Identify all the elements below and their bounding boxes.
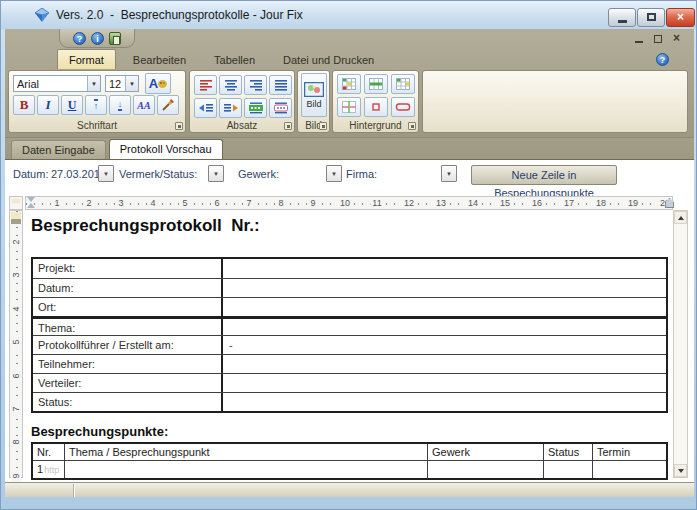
underline-button[interactable]: U	[61, 95, 83, 115]
datum-dropdown-button[interactable]: ▼	[98, 165, 114, 182]
cell-border-button[interactable]	[364, 97, 388, 117]
indent-decrease-button[interactable]	[194, 98, 217, 118]
info-row-projekt-: Projekt:	[33, 259, 666, 278]
ruler-number: 3	[11, 269, 21, 281]
bold-icon: B	[20, 97, 29, 113]
ruler-number: 16	[530, 198, 544, 208]
vertical-scrollbar[interactable]	[673, 210, 688, 478]
ruler-number: 4	[148, 198, 157, 208]
vermerk-label: Vermerk/Status:	[119, 168, 197, 180]
ruler-number: 6	[11, 370, 21, 382]
dialog-launcher-icon[interactable]	[175, 122, 183, 130]
info-icon[interactable]: i	[91, 32, 104, 45]
document-title: Besprechungsprotokoll Nr.:	[31, 216, 260, 236]
ruler-number: 5	[180, 198, 189, 208]
ribbon-tab-bearbeiten[interactable]: Bearbeiten	[122, 50, 197, 69]
mdi-minimize-icon[interactable]	[635, 41, 643, 43]
indent-decrease-icon	[198, 102, 214, 114]
subscript-button[interactable]: ↓	[109, 95, 131, 115]
group-label-absatz: Absatz	[190, 120, 294, 131]
ribbon-help-icon[interactable]: ?	[656, 53, 669, 66]
italic-button[interactable]: I	[37, 95, 59, 115]
ruler-number: 2	[84, 198, 93, 208]
vertical-ruler: 23456789	[9, 210, 23, 478]
ruler-number: 7	[11, 403, 21, 415]
dialog-launcher-icon[interactable]	[408, 122, 416, 130]
left-indent-marker[interactable]	[27, 197, 35, 208]
align-center-button[interactable]	[219, 75, 242, 95]
ruler-number: 12	[402, 198, 416, 208]
info-row-label: Status:	[33, 393, 223, 411]
view-tab-daten-eingabe[interactable]: Daten Eingabe	[11, 140, 106, 159]
cell-color-button[interactable]	[337, 74, 361, 94]
column-color-button[interactable]	[391, 74, 415, 94]
title-bar[interactable]: Vers. 2.0 - Besprechungsprotokolle - Jou…	[1, 1, 697, 29]
insert-image-button[interactable]: Bild	[301, 73, 327, 117]
bold-button[interactable]: B	[13, 95, 35, 115]
dialog-launcher-icon[interactable]	[284, 122, 292, 130]
image-icon	[304, 82, 324, 97]
align-right-button[interactable]	[244, 75, 267, 95]
firma-label: Firma:	[346, 168, 377, 180]
superscript-button[interactable]: ↑	[85, 95, 107, 115]
font-color-button[interactable]: A	[145, 73, 171, 94]
scroll-down-button[interactable]	[674, 464, 687, 477]
view-tab-protokoll-vorschau[interactable]: Protokoll Vorschau	[109, 139, 223, 159]
maximize-button[interactable]	[637, 8, 665, 27]
ruler-number: 3	[116, 198, 125, 208]
text-frame-button[interactable]	[269, 98, 292, 118]
chevron-down-icon: ▼	[331, 171, 337, 177]
text-highlight-button[interactable]	[244, 98, 267, 118]
scroll-up-button[interactable]	[674, 211, 687, 224]
ribbon-tab-datei-und-drucken[interactable]: Datei und Drucken	[272, 50, 385, 69]
ribbon-tabs: FormatBearbeitenTabellenDatei und Drucke…	[57, 48, 385, 69]
firma-dropdown-button[interactable]: ▼	[441, 165, 457, 182]
row-color-icon	[369, 78, 383, 90]
chevron-down-icon[interactable]: ▼	[87, 76, 100, 91]
mdi-restore-icon[interactable]	[654, 35, 662, 43]
info-row-label: Protokollführer / Erstellt am:	[33, 336, 223, 354]
row-color-button[interactable]	[364, 74, 388, 94]
protocol-info-table: Projekt:Datum:Ort:Thema:Protokollführer …	[31, 257, 668, 413]
minimize-button[interactable]	[608, 8, 636, 27]
font-name-combobox[interactable]: Arial ▼	[13, 75, 101, 92]
ruler-number: 4	[11, 303, 21, 315]
group-absatz: Absatz	[189, 70, 295, 133]
points-cell-gewerk	[428, 461, 544, 478]
ruler-corner	[9, 196, 23, 210]
info-row-value	[223, 319, 666, 335]
change-case-button[interactable]: AA	[133, 95, 155, 115]
status-bar	[5, 482, 694, 497]
align-justify-icon	[274, 79, 288, 91]
gewerk-dropdown-button[interactable]: ▼	[326, 165, 342, 182]
ribbon-tab-format[interactable]: Format	[57, 49, 116, 69]
points-heading: Besprechungspunkte:	[31, 424, 168, 439]
new-row-button[interactable]: Neue Zeile in Bespechungspunkte	[471, 165, 617, 185]
chevron-down-icon[interactable]: ▼	[125, 76, 138, 91]
horizontal-ruler: 1234567891011121314151617181920	[25, 196, 673, 210]
app-window: Vers. 2.0 - Besprechungsprotokolle - Jou…	[0, 0, 697, 510]
format-painter-button[interactable]	[157, 95, 179, 115]
image-button-label: Bild	[306, 99, 321, 109]
row-border-button[interactable]	[391, 97, 415, 117]
info-row-teilnehmer-: Teilnehmer:	[33, 354, 666, 373]
ribbon-tab-tabellen[interactable]: Tabellen	[203, 50, 266, 69]
font-size-combobox[interactable]: 12 ▼	[105, 75, 139, 92]
indent-increase-button[interactable]	[219, 98, 242, 118]
align-center-icon	[224, 79, 238, 91]
group-bild: Bild Bild	[297, 70, 330, 133]
vermerk-dropdown-button[interactable]: ▼	[208, 165, 224, 182]
ruler-number: 5	[11, 336, 21, 348]
align-justify-button[interactable]	[269, 75, 292, 95]
grid-lines-color-button[interactable]	[337, 97, 361, 117]
ruler-number: 8	[276, 198, 285, 208]
mdi-close-icon[interactable]: ×	[673, 32, 680, 44]
info-row-protokollführer-erstellt-am-: Protokollführer / Erstellt am:-	[33, 335, 666, 354]
info-row-ort-: Ort:	[33, 297, 666, 316]
align-left-button[interactable]	[194, 75, 217, 95]
help-icon[interactable]: ?	[73, 32, 86, 45]
dialog-launcher-icon[interactable]	[319, 122, 327, 130]
cell-color-icon	[342, 78, 356, 90]
close-button[interactable]: ×	[666, 8, 695, 27]
exit-door-icon[interactable]	[109, 32, 121, 45]
